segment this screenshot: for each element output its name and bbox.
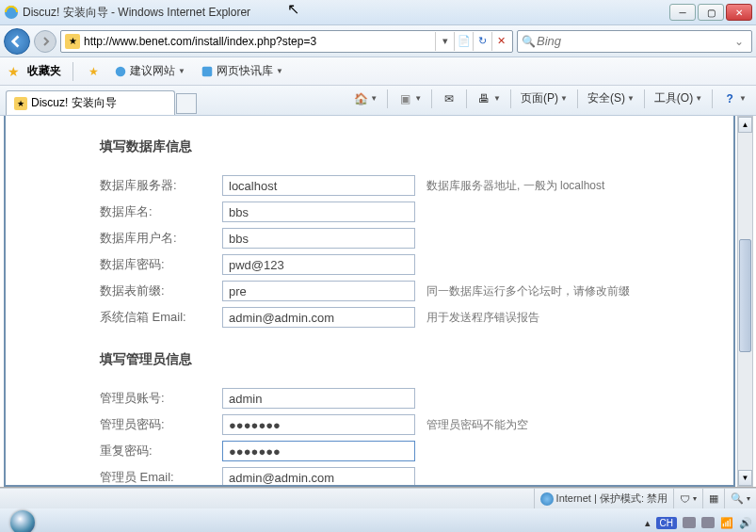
separator <box>644 89 645 108</box>
start-button[interactable] <box>4 509 41 532</box>
back-button[interactable] <box>4 28 30 55</box>
search-box[interactable]: 🔍 ⌄ <box>517 30 752 53</box>
separator <box>712 89 713 108</box>
stop-button[interactable]: ✕ <box>491 32 510 51</box>
tray-volume-icon[interactable]: 🔊 <box>739 517 752 529</box>
tab-favicon: ★ <box>14 97 27 110</box>
internet-zone[interactable]: Internet | 保护模式: 禁用 <box>534 489 673 508</box>
admin-pwd2-label: 重复密码: <box>100 443 222 459</box>
separator <box>387 89 388 108</box>
browser-tab[interactable]: ★ Discuz! 安装向导 <box>6 90 175 115</box>
page-menu[interactable]: 页面(P)▼ <box>517 89 571 108</box>
content-area: 填写数据库信息 数据库服务器: 数据库服务器地址, 一般为 localhost … <box>0 116 756 488</box>
admin-pwd-input[interactable] <box>222 414 415 435</box>
minimize-button[interactable]: ─ <box>669 4 696 21</box>
popup-icon: ▦ <box>709 492 718 505</box>
ie-small-icon <box>114 65 127 78</box>
protected-mode-toggle[interactable]: 🛡▾ <box>673 489 702 508</box>
compat-button[interactable]: 📄 <box>454 32 473 51</box>
star-add-icon: ★ <box>88 65 99 78</box>
maximize-button[interactable]: ▢ <box>698 4 724 21</box>
mail-button[interactable]: ✉ <box>438 89 460 108</box>
print-icon: 🖶 <box>476 91 491 106</box>
scroll-down-button[interactable]: ▼ <box>738 470 752 486</box>
refresh-button[interactable]: ↻ <box>473 32 491 51</box>
db-section-title: 填写数据库信息 <box>100 138 705 155</box>
arrow-left-icon <box>10 35 24 48</box>
db-name-label: 数据库名: <box>100 203 222 220</box>
window-titlebar: Discuz! 安装向导 - Windows Internet Explorer… <box>0 0 756 25</box>
svg-point-1 <box>116 66 126 76</box>
windows-taskbar: ▴ CH 📶 🔊 <box>0 508 756 532</box>
slice-icon <box>201 65 214 78</box>
new-tab-button[interactable] <box>176 93 197 114</box>
admin-pwd2-input[interactable] <box>222 441 415 461</box>
sys-email-hint: 用于发送程序错误报告 <box>426 310 539 326</box>
sys-email-input[interactable] <box>222 307 415 328</box>
add-favorite-button[interactable]: ★ <box>85 63 103 80</box>
print-button[interactable]: 🖶▼ <box>473 89 505 108</box>
mail-icon: ✉ <box>442 91 457 106</box>
db-user-label: 数据库用户名: <box>100 230 222 247</box>
db-name-input[interactable] <box>222 202 415 222</box>
suggested-sites-link[interactable]: 建议网站 ▼ <box>110 61 189 81</box>
address-bar[interactable]: ★ ▾ 📄 ↻ ✕ <box>60 30 513 53</box>
nav-toolbar: ★ ▾ 📄 ↻ ✕ 🔍 ⌄ <box>0 25 756 57</box>
globe-icon <box>540 492 554 506</box>
favorites-star-icon[interactable]: ★ <box>8 64 20 79</box>
tray-display-icon[interactable] <box>701 517 715 528</box>
separator <box>466 89 467 108</box>
help-button[interactable]: ?▼ <box>718 89 750 108</box>
window-title: Discuz! 安装向导 - Windows Internet Explorer <box>23 5 669 21</box>
search-icon: 🔍 <box>522 35 537 48</box>
tray-keyboard-icon[interactable] <box>683 517 696 528</box>
forward-button[interactable] <box>34 30 56 53</box>
rss-icon: ▣ <box>397 91 412 106</box>
db-host-input[interactable] <box>222 175 415 196</box>
favorites-label[interactable]: 收藏夹 <box>27 63 61 79</box>
admin-email-input[interactable] <box>222 467 415 487</box>
separator <box>431 89 432 108</box>
svg-rect-2 <box>202 66 213 76</box>
feeds-button[interactable]: ▣▼ <box>394 89 426 108</box>
vertical-scrollbar[interactable]: ▲ ▼ <box>737 116 753 487</box>
zoom-icon: 🔍 <box>731 492 744 505</box>
site-favicon: ★ <box>65 34 80 49</box>
web-slice-link[interactable]: 网页快讯库 ▼ <box>197 61 287 81</box>
sys-email-label: 系统信箱 Email: <box>100 309 222 326</box>
tab-title: Discuz! 安装向导 <box>31 95 117 111</box>
safety-menu[interactable]: 安全(S)▼ <box>584 89 638 108</box>
db-pwd-input[interactable] <box>222 254 415 275</box>
chevron-down-icon: ▼ <box>178 67 185 75</box>
arrow-right-icon <box>40 37 50 46</box>
separator <box>577 89 578 108</box>
search-dropdown[interactable]: ⌄ <box>734 35 748 48</box>
db-host-hint: 数据库服务器地址, 一般为 localhost <box>426 178 604 194</box>
tools-menu[interactable]: 工具(O)▼ <box>651 89 706 108</box>
admin-email-label: 管理员 Email: <box>100 469 222 486</box>
search-input[interactable] <box>537 34 734 48</box>
admin-user-input[interactable] <box>222 388 415 409</box>
separator <box>72 62 73 81</box>
zoom-control[interactable]: 🔍100%▾ <box>724 489 756 508</box>
db-user-input[interactable] <box>222 228 415 249</box>
close-button[interactable]: ✕ <box>726 4 752 21</box>
scroll-thumb[interactable] <box>739 239 751 352</box>
admin-section-title: 填写管理员信息 <box>100 351 705 368</box>
popup-blocker[interactable]: ▦ <box>702 489 724 508</box>
page-viewport: 填写数据库信息 数据库服务器: 数据库服务器地址, 一般为 localhost … <box>4 116 735 487</box>
language-indicator[interactable]: CH <box>656 517 677 529</box>
db-prefix-hint: 同一数据库运行多个论坛时，请修改前缀 <box>426 283 630 299</box>
tray-arrow[interactable]: ▴ <box>645 517 651 529</box>
tray-network-icon[interactable]: 📶 <box>720 517 733 529</box>
ie-icon <box>4 5 19 20</box>
admin-user-label: 管理员账号: <box>100 390 222 407</box>
home-button[interactable]: 🏠▼ <box>349 89 381 108</box>
scroll-up-button[interactable]: ▲ <box>738 117 752 133</box>
db-prefix-input[interactable] <box>222 281 415 301</box>
home-icon: 🏠 <box>353 91 368 106</box>
windows-orb-icon <box>10 510 35 532</box>
db-prefix-label: 数据表前缀: <box>100 282 222 299</box>
url-dropdown[interactable]: ▾ <box>435 32 454 51</box>
url-input[interactable] <box>82 35 435 48</box>
